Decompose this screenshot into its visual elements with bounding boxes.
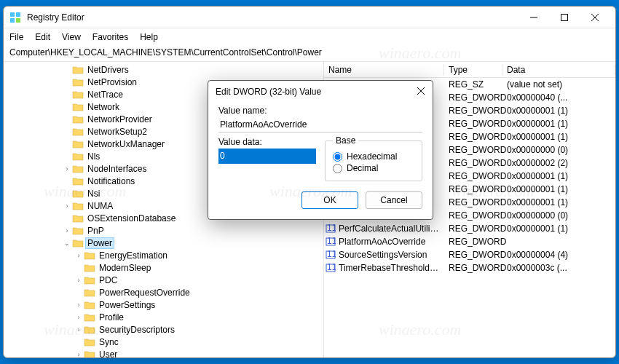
- folder-icon: [72, 201, 84, 211]
- tree-item-powerrequestoverride[interactable]: PowerRequestOverride: [4, 286, 323, 298]
- row-data: 0x00000040 (...: [502, 92, 615, 103]
- list-row[interactable]: 110SourceSettingsVersionREG_DWORD0x00000…: [324, 248, 615, 261]
- row-name: SourceSettingsVersion: [337, 250, 444, 260]
- row-data: 0x00000002 (2): [502, 158, 615, 168]
- row-type: REG_DWORD: [444, 197, 502, 207]
- row-data: 0x00000001 (1): [502, 106, 615, 116]
- menu-file[interactable]: File: [9, 32, 23, 42]
- tree-item-pnp[interactable]: ›PnP: [4, 224, 323, 237]
- row-type: REG_DWORD: [444, 106, 502, 116]
- chevron-right-icon[interactable]: ›: [74, 314, 84, 321]
- tree-label: Profile: [98, 312, 125, 323]
- dialog-titlebar: Edit DWORD (32-bit) Value: [208, 81, 433, 103]
- folder-icon: [84, 288, 95, 298]
- chevron-right-icon[interactable]: ›: [74, 301, 84, 309]
- header-type[interactable]: Type: [444, 65, 502, 75]
- value-name-input[interactable]: [218, 117, 422, 132]
- window-buttons: [519, 7, 610, 28]
- folder-icon: [72, 226, 84, 236]
- folder-icon: [84, 300, 95, 310]
- row-data: 0x00000000 (0): [502, 210, 615, 221]
- row-type: REG_DWORD: [444, 210, 502, 221]
- list-row[interactable]: 110TimerRebaseThresholdOnDr...REG_DWORD0…: [324, 261, 615, 274]
- tree-label: Network: [86, 102, 121, 112]
- header-data[interactable]: Data: [502, 65, 615, 75]
- chevron-right-icon[interactable]: ›: [74, 252, 84, 259]
- folder-icon: [72, 90, 84, 100]
- svg-text:110: 110: [327, 237, 336, 246]
- chevron-right-icon[interactable]: ›: [62, 227, 72, 234]
- radio-hexadecimal[interactable]: Hexadecimal: [333, 151, 414, 162]
- folder-icon: [72, 164, 84, 174]
- binary-value-icon: 110: [324, 223, 337, 234]
- svg-rect-2: [10, 18, 15, 23]
- chevron-right-icon[interactable]: ›: [62, 165, 72, 173]
- row-data: 0x00000004 (4): [502, 250, 615, 260]
- row-name: PlatformAoAcOverride: [337, 237, 444, 247]
- ok-button[interactable]: OK: [301, 191, 358, 209]
- base-legend: Base: [333, 135, 358, 146]
- tree-item-energyestimation[interactable]: ›EnergyEstimation: [4, 249, 323, 261]
- cancel-button[interactable]: Cancel: [366, 191, 422, 209]
- tree-item-user[interactable]: ›User: [4, 348, 323, 357]
- list-row[interactable]: 110PerfCalculateActualUtilizationREG_DWO…: [324, 222, 615, 235]
- tree-label: SecurityDescriptors: [98, 325, 176, 335]
- value-data-input[interactable]: [218, 149, 316, 164]
- tree-item-profile[interactable]: ›Profile: [4, 311, 323, 323]
- row-data: (value not set): [502, 79, 615, 90]
- close-button[interactable]: [580, 7, 610, 28]
- radio-dec-input[interactable]: [333, 164, 342, 173]
- folder-icon: [72, 213, 84, 223]
- dialog-body: Value name: Value data: Base Hexadecimal…: [208, 103, 433, 219]
- svg-rect-5: [561, 14, 568, 20]
- tree-label: Power: [86, 238, 114, 248]
- tree-label: NetTrace: [86, 90, 125, 100]
- maximize-button[interactable]: [550, 7, 579, 28]
- radio-hex-input[interactable]: [333, 152, 342, 162]
- svg-text:110: 110: [327, 250, 336, 259]
- folder-icon: [72, 176, 84, 186]
- radio-decimal[interactable]: Decimal: [333, 163, 414, 173]
- list-row[interactable]: 110PlatformAoAcOverrideREG_DWORD: [324, 235, 615, 248]
- app-icon: [9, 12, 21, 23]
- folder-icon: [84, 325, 95, 335]
- row-type: REG_DWORD: [444, 132, 502, 142]
- tree-label: Nsi: [86, 189, 101, 199]
- dialog-title: Edit DWORD (32-bit) Value: [216, 87, 417, 97]
- tree-item-pdc[interactable]: ›PDC: [4, 274, 323, 286]
- chevron-right-icon[interactable]: ›: [74, 277, 84, 284]
- menu-view[interactable]: View: [62, 32, 81, 42]
- chevron-right-icon[interactable]: ›: [74, 326, 84, 333]
- row-data: 0x00000001 (1): [502, 119, 615, 129]
- row-data: 0x00000001 (1): [502, 171, 615, 181]
- dialog-buttons: OK Cancel: [218, 191, 422, 209]
- tree-label: NetworkUxManager: [86, 139, 166, 149]
- dialog-close-button[interactable]: [417, 87, 425, 98]
- row-type: REG_DWORD: [444, 119, 502, 129]
- header-name[interactable]: Name: [324, 65, 444, 75]
- tree-label: PowerRequestOverride: [98, 288, 192, 298]
- row-type: REG_DWORD: [444, 250, 502, 260]
- chevron-right-icon[interactable]: ›: [74, 351, 84, 358]
- folder-icon: [84, 349, 95, 358]
- tree-item-powersettings[interactable]: ›PowerSettings: [4, 298, 323, 311]
- binary-value-icon: 110: [324, 263, 337, 273]
- chevron-down-icon[interactable]: ⌄: [62, 240, 72, 247]
- minimize-button[interactable]: [519, 7, 548, 28]
- address-bar[interactable]: Computer\HKEY_LOCAL_MACHINE\SYSTEM\Curre…: [4, 46, 615, 62]
- tree-item-power[interactable]: ⌄Power: [4, 237, 323, 249]
- menu-help[interactable]: Help: [140, 32, 158, 42]
- chevron-right-icon[interactable]: ›: [62, 202, 72, 210]
- row-name: TimerRebaseThresholdOnDr...: [337, 263, 444, 273]
- tree-item-netdrivers[interactable]: NetDrivers: [4, 63, 323, 76]
- binary-value-icon: 110: [324, 237, 337, 247]
- folder-icon: [72, 238, 84, 248]
- folder-icon: [72, 102, 84, 112]
- svg-text:110: 110: [327, 223, 336, 233]
- tree-label: PDC: [98, 275, 119, 285]
- tree-item-sync[interactable]: Sync: [4, 336, 323, 348]
- menu-edit[interactable]: Edit: [35, 32, 50, 42]
- menu-favorites[interactable]: Favorites: [92, 32, 128, 42]
- tree-item-securitydescriptors[interactable]: ›SecurityDescriptors: [4, 323, 323, 336]
- tree-item-modernsleep[interactable]: ModernSleep: [4, 261, 323, 274]
